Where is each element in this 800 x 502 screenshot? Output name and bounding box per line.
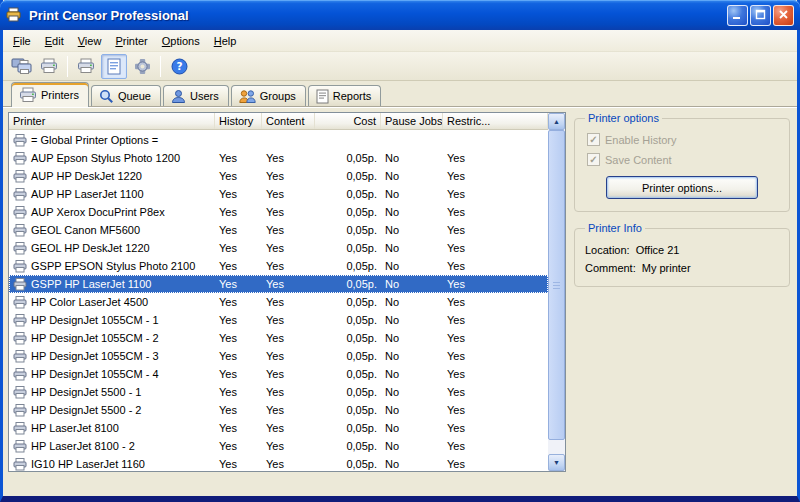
title-bar[interactable]: Print Censor Professional xyxy=(0,0,800,30)
menu-item-help[interactable]: Help xyxy=(207,32,244,50)
table-row[interactable]: AUP Epson Stylus Photo 1200YesYes0,05p.N… xyxy=(9,149,548,167)
printer-cell: IG10 HP LaserJet 1160 xyxy=(9,458,215,471)
cell: No xyxy=(381,386,443,398)
column-header-pause-jobs[interactable]: Pause Jobs xyxy=(381,113,443,129)
scroll-down-button[interactable]: ▼ xyxy=(548,454,565,471)
close-button[interactable] xyxy=(773,5,794,26)
tab-queue[interactable]: Queue xyxy=(91,85,161,106)
printer-name: HP DesignJet 5500 - 2 xyxy=(31,404,141,416)
cell: 0,05p. xyxy=(315,206,381,218)
checkbox-save-content[interactable]: ✓Save Content xyxy=(587,153,781,166)
printers-button[interactable] xyxy=(8,54,34,79)
table-row[interactable]: IG10 HP LaserJet 1160YesYes0,05p.NoYes xyxy=(9,455,548,471)
cell: Yes xyxy=(262,386,315,398)
column-header-printer[interactable]: Printer xyxy=(9,113,215,129)
tab-label: Printers xyxy=(41,89,79,101)
column-header-history[interactable]: History xyxy=(215,113,262,129)
cell: 0,05p. xyxy=(315,152,381,164)
cell: 0,05p. xyxy=(315,422,381,434)
cell: No xyxy=(381,152,443,164)
printer-name: GSPP HP LaserJet 1100 xyxy=(31,278,151,290)
table-row[interactable]: HP Color LaserJet 4500YesYes0,05p.NoYes xyxy=(9,293,548,311)
window-title: Print Censor Professional xyxy=(29,8,725,23)
table-row[interactable]: HP DesignJet 5500 - 1YesYes0,05p.NoYes xyxy=(9,383,548,401)
column-header-cost[interactable]: Cost xyxy=(315,113,381,129)
table-row[interactable]: GSPP HP LaserJet 1100YesYes0,05p.NoYes xyxy=(9,275,548,293)
table-row[interactable]: = Global Printer Options = xyxy=(9,131,548,149)
printer-cell: AUP Epson Stylus Photo 1200 xyxy=(9,152,215,165)
table-row[interactable]: AUP HP DeskJet 1220YesYes0,05p.NoYes xyxy=(9,167,548,185)
printer-options-button[interactable]: Printer options... xyxy=(606,176,758,199)
printer-name: HP DesignJet 1055CM - 1 xyxy=(31,314,159,326)
tab-printers[interactable]: Printers xyxy=(11,82,89,107)
menu-item-edit[interactable]: Edit xyxy=(38,32,71,50)
scroll-up-button[interactable]: ▲ xyxy=(548,113,565,130)
table-row[interactable]: HP DesignJet 5500 - 2YesYes0,05p.NoYes xyxy=(9,401,548,419)
menu-item-view[interactable]: View xyxy=(71,32,109,50)
comment-label: Comment: xyxy=(585,262,636,274)
report-icon xyxy=(316,89,329,104)
cell: No xyxy=(381,404,443,416)
printer-icon xyxy=(13,170,27,183)
menu-item-options[interactable]: Options xyxy=(155,32,207,50)
print-button[interactable] xyxy=(36,54,62,79)
table-row[interactable]: HP DesignJet 1055CM - 1YesYes0,05p.NoYes xyxy=(9,311,548,329)
settings-button[interactable] xyxy=(129,54,155,79)
printer-options-checkboxes: ✓Enable History✓Save Content xyxy=(583,133,781,166)
gear-icon xyxy=(134,58,151,75)
tab-reports[interactable]: Reports xyxy=(308,85,382,106)
printer-icon xyxy=(13,422,27,435)
cell: Yes xyxy=(215,440,262,452)
table-row[interactable]: AUP Xerox DocuPrint P8exYesYes0,05p.NoYe… xyxy=(9,203,548,221)
cell: Yes xyxy=(262,278,315,290)
cell: Yes xyxy=(443,170,548,182)
table-row[interactable]: HP LaserJet 8100 - 2YesYes0,05p.NoYes xyxy=(9,437,548,455)
app-window: Print Censor Professional FileEditViewPr… xyxy=(0,0,800,502)
cell: Yes xyxy=(443,332,548,344)
printer-cell: AUP HP LaserJet 1100 xyxy=(9,188,215,201)
cell: Yes xyxy=(443,314,548,326)
table-row[interactable]: HP DesignJet 1055CM - 4YesYes0,05p.NoYes xyxy=(9,365,548,383)
checkbox-enable-history[interactable]: ✓Enable History xyxy=(587,133,781,146)
cell: Yes xyxy=(262,296,315,308)
preview-button[interactable] xyxy=(101,54,127,79)
tab-label: Queue xyxy=(118,90,151,102)
cell: Yes xyxy=(262,260,315,272)
vertical-scrollbar[interactable]: ▲ ▼ xyxy=(548,113,565,471)
table-row[interactable]: HP DesignJet 1055CM - 2YesYes0,05p.NoYes xyxy=(9,329,548,347)
printer-name: = Global Printer Options = xyxy=(31,134,158,146)
table-row[interactable]: HP LaserJet 8100YesYes0,05p.NoYes xyxy=(9,419,548,437)
cell: No xyxy=(381,242,443,254)
printer-icon xyxy=(13,458,27,471)
tab-strip: PrintersQueueUsersGroupsReports xyxy=(3,81,797,107)
cell: 0,05p. xyxy=(315,188,381,200)
cell: Yes xyxy=(443,260,548,272)
cell: 0,05p. xyxy=(315,368,381,380)
table-row[interactable]: HP DesignJet 1055CM - 3YesYes0,05p.NoYes xyxy=(9,347,548,365)
minimize-button[interactable] xyxy=(727,5,748,26)
printer-cell: AUP HP DeskJet 1220 xyxy=(9,170,215,183)
magnifier-icon xyxy=(99,89,114,104)
cell: Yes xyxy=(262,206,315,218)
help-button[interactable]: ? xyxy=(166,54,192,79)
column-header-restric[interactable]: Restric... xyxy=(443,113,548,129)
printer-icon xyxy=(13,314,27,327)
table-row[interactable]: AUP HP LaserJet 1100YesYes0,05p.NoYes xyxy=(9,185,548,203)
scroll-thumb[interactable] xyxy=(548,130,565,440)
menu-item-printer[interactable]: Printer xyxy=(108,32,154,50)
maximize-button[interactable] xyxy=(750,5,771,26)
printer-setup-button[interactable] xyxy=(73,54,99,79)
printer-name: GSPP EPSON Stylus Photo 2100 xyxy=(31,260,195,272)
table-row[interactable]: GEOL HP DeskJet 1220YesYes0,05p.NoYes xyxy=(9,239,548,257)
column-header-content[interactable]: Content xyxy=(262,113,315,129)
printer-name: HP DesignJet 5500 - 1 xyxy=(31,386,141,398)
list-header: PrinterHistoryContentCostPause JobsRestr… xyxy=(9,113,548,130)
cell: Yes xyxy=(262,368,315,380)
menu-item-file[interactable]: File xyxy=(6,32,38,50)
printer-cell: HP LaserJet 8100 - 2 xyxy=(9,440,215,453)
table-row[interactable]: GSPP EPSON Stylus Photo 2100YesYes0,05p.… xyxy=(9,257,548,275)
printer-name: AUP Epson Stylus Photo 1200 xyxy=(31,152,180,164)
tab-users[interactable]: Users xyxy=(163,85,229,106)
tab-groups[interactable]: Groups xyxy=(231,85,306,106)
table-row[interactable]: GEOL Canon MF5600YesYes0,05p.NoYes xyxy=(9,221,548,239)
